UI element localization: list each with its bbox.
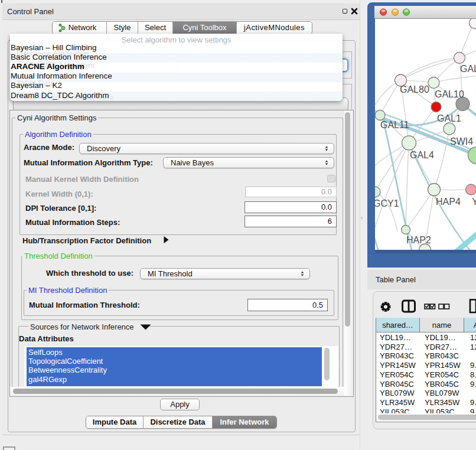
svg-text:GAL: GAL <box>460 64 476 74</box>
svg-text:Y: Y <box>472 197 476 207</box>
svg-text:GCY1: GCY1 <box>375 198 399 208</box>
svg-text:GAL11: GAL11 <box>380 120 409 130</box>
svg-text:GAL1: GAL1 <box>437 113 461 123</box>
svg-text:SWI4: SWI4 <box>450 136 473 146</box>
svg-text:GAL80: GAL80 <box>400 84 429 94</box>
svg-text:GAL4: GAL4 <box>410 150 434 160</box>
svg-text:HAP4: HAP4 <box>436 197 461 207</box>
svg-text:GAL10: GAL10 <box>435 89 464 99</box>
svg-text:HAP2: HAP2 <box>406 235 431 245</box>
